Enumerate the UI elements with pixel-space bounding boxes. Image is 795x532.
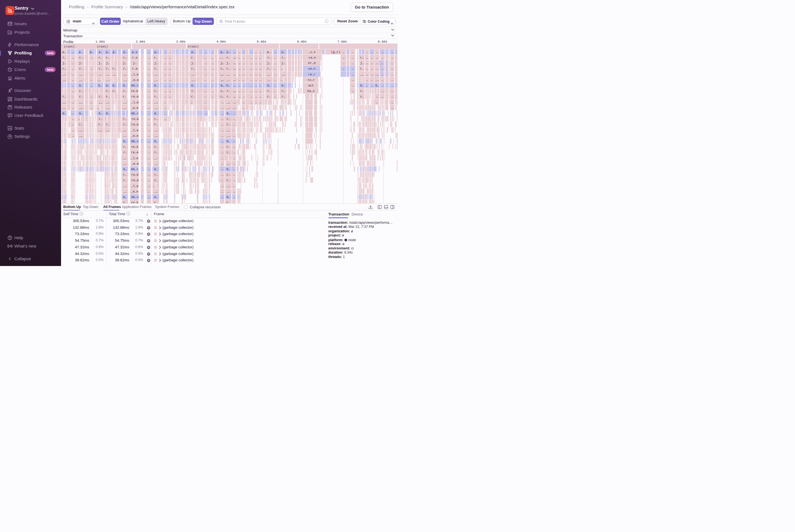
svg-text:…: …: [250, 62, 252, 65]
svg-text:…: …: [255, 67, 257, 71]
svg-text:_e…e: _e…e: [131, 106, 138, 110]
svg-text:_…: _…: [106, 73, 109, 76]
svg-text:…: …: [233, 190, 235, 193]
svg-text:…: …: [255, 90, 257, 93]
svg-text:r…: r…: [62, 56, 66, 59]
svg-text:…: …: [342, 67, 344, 71]
svg-text:…: …: [243, 90, 244, 93]
svg-text:_…: _…: [62, 106, 66, 110]
svg-text:…: …: [148, 123, 150, 126]
svg-text:r…: r…: [191, 67, 195, 71]
svg-text:…: …: [165, 90, 167, 93]
svg-text:…: …: [233, 195, 235, 199]
svg-text:_…: _…: [106, 78, 110, 82]
svg-text:…: …: [222, 73, 224, 76]
svg-text:0…: 0…: [154, 168, 158, 171]
svg-text:re…e: re…e: [131, 151, 138, 154]
svg-text:0…: 0…: [112, 84, 116, 87]
svg-text:…: …: [72, 106, 74, 110]
svg-text:…: …: [259, 90, 261, 93]
svg-text:…: …: [221, 134, 223, 137]
svg-text:r…: r…: [154, 123, 158, 126]
svg-text:0…: 0…: [123, 195, 127, 199]
svg-text:r…: r…: [154, 95, 158, 98]
svg-text:…: …: [233, 179, 235, 182]
svg-text:r…: r…: [227, 117, 230, 121]
svg-text:…: …: [72, 129, 74, 132]
svg-text:…: …: [148, 56, 150, 59]
svg-text:r…: r…: [79, 90, 82, 93]
svg-text:p…: p…: [227, 51, 230, 54]
svg-text:…: …: [169, 67, 171, 71]
svg-text:…: …: [222, 106, 224, 110]
svg-text:p…: p…: [267, 51, 271, 54]
svg-text:…: …: [274, 78, 276, 82]
svg-text:(root): (root): [188, 45, 199, 48]
svg-text:p…: p…: [123, 51, 127, 54]
svg-text:…: …: [366, 78, 368, 82]
svg-text:…: …: [371, 84, 373, 87]
svg-text:…: …: [148, 179, 150, 182]
svg-text:…: …: [169, 95, 171, 98]
svg-text:…: …: [148, 62, 150, 65]
svg-text:…: …: [352, 84, 354, 87]
svg-text:p…: p…: [154, 51, 158, 54]
svg-text:_…: _…: [226, 73, 230, 76]
svg-text:…: …: [233, 145, 235, 149]
svg-text:0…: 0…: [267, 84, 271, 87]
svg-text:…: …: [148, 129, 150, 132]
svg-text:j…: j…: [282, 62, 285, 65]
svg-text:r…: r…: [267, 95, 271, 98]
svg-text:r…: r…: [154, 56, 157, 59]
svg-text:…: …: [376, 101, 378, 104]
svg-text:…: …: [342, 62, 344, 65]
svg-text:0…: 0…: [282, 84, 285, 87]
svg-text:r…: r…: [360, 90, 364, 93]
svg-text:_…: _…: [375, 73, 379, 76]
svg-text:…: …: [233, 101, 235, 104]
svg-text:j…: j…: [360, 62, 364, 65]
svg-text:_…: _…: [226, 162, 230, 166]
svg-text:_…: _…: [226, 101, 230, 104]
svg-text:_…: _…: [123, 101, 127, 104]
svg-text:_…: _…: [154, 157, 158, 160]
svg-text:r…: r…: [154, 117, 158, 121]
svg-text:…: …: [233, 56, 235, 59]
svg-text:6.00s: 6.00s: [297, 40, 307, 43]
svg-text:…: …: [274, 90, 276, 93]
svg-text:…: …: [165, 117, 167, 121]
svg-text:0…: 0…: [154, 195, 158, 199]
svg-text:r…: r…: [154, 67, 158, 71]
svg-text:_…: _…: [226, 190, 230, 193]
svg-text:r…: r…: [282, 95, 285, 98]
svg-text:0…: 0…: [123, 84, 127, 87]
svg-text:_…: _…: [122, 106, 127, 110]
svg-text:…: …: [205, 106, 207, 110]
svg-text:…: …: [91, 56, 93, 59]
svg-text:…: …: [250, 84, 252, 87]
svg-text:_…: _…: [79, 73, 83, 76]
svg-text:…: …: [381, 56, 383, 59]
svg-text:r…: r…: [123, 151, 127, 154]
svg-text:…: …: [259, 95, 261, 98]
svg-text:j…: j…: [133, 62, 136, 65]
svg-text:…: …: [342, 56, 344, 59]
svg-text:…: …: [169, 51, 171, 54]
svg-text:_l…e: _l…e: [131, 101, 138, 104]
svg-text:…: …: [165, 106, 167, 110]
svg-text:…: …: [169, 62, 171, 65]
svg-text:…: …: [243, 106, 244, 110]
svg-text:r…: r…: [227, 151, 230, 154]
svg-text:…: …: [255, 51, 257, 54]
svg-text:…: …: [72, 117, 74, 121]
svg-text:r…: r…: [79, 56, 83, 59]
svg-text:…: …: [255, 95, 257, 98]
svg-text:_l…e: _l…e: [131, 73, 138, 76]
svg-text:r…: r…: [360, 95, 364, 98]
svg-text:…: …: [91, 67, 93, 71]
svg-text:…: …: [250, 78, 252, 82]
svg-text:…: …: [233, 157, 235, 160]
svg-text:…: …: [72, 101, 74, 104]
svg-text:…: …: [243, 62, 245, 65]
svg-text:r…: r…: [123, 145, 127, 149]
